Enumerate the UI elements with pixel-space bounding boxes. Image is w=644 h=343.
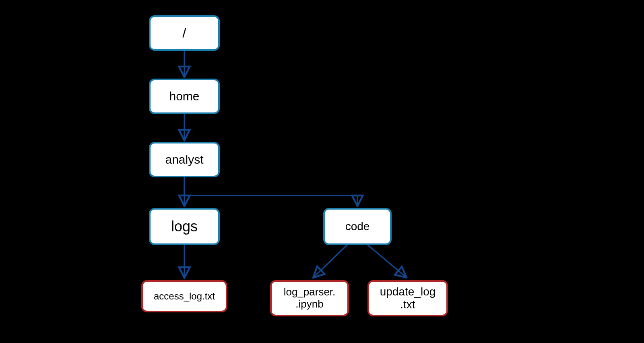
node-code: code	[323, 208, 392, 245]
node-logs: logs	[149, 208, 220, 245]
node-analyst: analyst	[149, 142, 220, 177]
node-log-parser: log_parser. .ipynb	[270, 280, 349, 316]
node-root: /	[149, 15, 220, 51]
node-home-label: home	[169, 89, 199, 104]
node-root-label: /	[182, 25, 186, 41]
node-update-log-label: update_log .txt	[380, 285, 436, 311]
edge-code-update	[368, 245, 406, 277]
node-analyst-label: analyst	[165, 153, 203, 167]
node-log-parser-label: log_parser. .ipynb	[284, 286, 336, 310]
node-logs-label: logs	[171, 218, 198, 235]
node-update-log: update_log .txt	[367, 280, 448, 316]
filesystem-tree-diagram: / home analyst logs code access_log.txt …	[0, 0, 644, 343]
node-access-log: access_log.txt	[141, 280, 227, 312]
node-home: home	[149, 79, 220, 114]
edge-code-parser	[314, 245, 347, 277]
node-access-log-label: access_log.txt	[154, 291, 215, 302]
edge-analyst-code	[184, 177, 357, 205]
node-code-label: code	[345, 220, 370, 233]
